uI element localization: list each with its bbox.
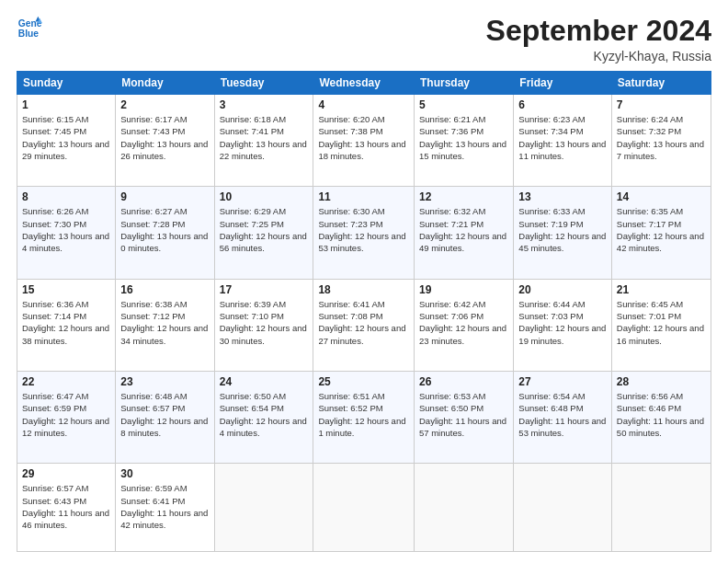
logo: General Blue: [17, 15, 42, 40]
day-info: Sunrise: 6:50 AM Sunset: 6:54 PM Dayligh…: [220, 390, 309, 439]
day-number: 24: [220, 375, 309, 388]
logo-icon: General Blue: [17, 15, 42, 40]
day-info: Sunrise: 6:36 AM Sunset: 7:14 PM Dayligh…: [22, 298, 110, 347]
day-info: Sunrise: 6:44 AM Sunset: 7:03 PM Dayligh…: [518, 298, 607, 347]
calendar-cell: 14 Sunrise: 6:35 AM Sunset: 7:17 PM Dayl…: [611, 187, 711, 279]
calendar-cell: 25 Sunrise: 6:51 AM Sunset: 6:52 PM Dayl…: [313, 372, 415, 464]
day-info: Sunrise: 6:38 AM Sunset: 7:12 PM Dayligh…: [120, 298, 209, 347]
day-number: 29: [22, 467, 110, 480]
calendar-cell: 15 Sunrise: 6:36 AM Sunset: 7:14 PM Dayl…: [17, 279, 116, 371]
day-number: 3: [220, 98, 309, 111]
day-number: 23: [120, 375, 209, 388]
calendar-cell: 8 Sunrise: 6:26 AM Sunset: 7:30 PM Dayli…: [17, 187, 116, 279]
day-info: Sunrise: 6:56 AM Sunset: 6:46 PM Dayligh…: [617, 390, 706, 439]
day-number: 1: [22, 98, 110, 111]
day-info: Sunrise: 6:57 AM Sunset: 6:43 PM Dayligh…: [22, 482, 110, 531]
day-number: 5: [419, 98, 508, 111]
calendar-cell: 29 Sunrise: 6:57 AM Sunset: 6:43 PM Dayl…: [17, 464, 116, 552]
calendar-cell: [514, 464, 612, 552]
day-number: 17: [220, 283, 309, 296]
calendar-cell: 24 Sunrise: 6:50 AM Sunset: 6:54 PM Dayl…: [214, 372, 313, 464]
weekday-header-row: Sunday Monday Tuesday Wednesday Thursday…: [17, 72, 711, 95]
calendar-cell: [313, 464, 415, 552]
day-number: 13: [518, 190, 607, 203]
calendar-cell: 23 Sunrise: 6:48 AM Sunset: 6:57 PM Dayl…: [116, 372, 214, 464]
calendar-cell: 13 Sunrise: 6:33 AM Sunset: 7:19 PM Dayl…: [514, 187, 612, 279]
calendar-cell: 21 Sunrise: 6:45 AM Sunset: 7:01 PM Dayl…: [611, 279, 711, 371]
header-monday: Monday: [116, 72, 214, 95]
day-info: Sunrise: 6:53 AM Sunset: 6:50 PM Dayligh…: [419, 390, 508, 439]
calendar-cell: 4 Sunrise: 6:20 AM Sunset: 7:38 PM Dayli…: [313, 95, 415, 187]
day-number: 19: [419, 283, 508, 296]
day-number: 21: [617, 283, 706, 296]
calendar-cell: 18 Sunrise: 6:41 AM Sunset: 7:08 PM Dayl…: [313, 279, 415, 371]
day-info: Sunrise: 6:35 AM Sunset: 7:17 PM Dayligh…: [617, 205, 706, 254]
calendar-cell: [214, 464, 313, 552]
day-number: 10: [220, 190, 309, 203]
calendar-cell: 12 Sunrise: 6:32 AM Sunset: 7:21 PM Dayl…: [415, 187, 514, 279]
location: Kyzyl-Khaya, Russia: [486, 49, 711, 63]
day-info: Sunrise: 6:33 AM Sunset: 7:19 PM Dayligh…: [518, 205, 607, 254]
calendar-cell: 9 Sunrise: 6:27 AM Sunset: 7:28 PM Dayli…: [116, 187, 214, 279]
calendar-cell: 6 Sunrise: 6:23 AM Sunset: 7:34 PM Dayli…: [514, 95, 612, 187]
calendar-cell: 2 Sunrise: 6:17 AM Sunset: 7:43 PM Dayli…: [116, 95, 214, 187]
calendar-page: General Blue September 2024 Kyzyl-Khaya,…: [0, 0, 728, 563]
day-number: 4: [318, 98, 409, 111]
day-info: Sunrise: 6:45 AM Sunset: 7:01 PM Dayligh…: [617, 298, 706, 347]
day-number: 6: [518, 98, 607, 111]
day-number: 11: [318, 190, 409, 203]
day-number: 12: [419, 190, 508, 203]
day-info: Sunrise: 6:51 AM Sunset: 6:52 PM Dayligh…: [318, 390, 409, 439]
day-info: Sunrise: 6:17 AM Sunset: 7:43 PM Dayligh…: [120, 113, 209, 162]
day-number: 20: [518, 283, 607, 296]
header-thursday: Thursday: [415, 72, 514, 95]
day-info: Sunrise: 6:18 AM Sunset: 7:41 PM Dayligh…: [220, 113, 309, 162]
calendar-cell: 16 Sunrise: 6:38 AM Sunset: 7:12 PM Dayl…: [116, 279, 214, 371]
calendar-table: Sunday Monday Tuesday Wednesday Thursday…: [17, 71, 711, 552]
day-number: 28: [617, 375, 706, 388]
calendar-cell: 3 Sunrise: 6:18 AM Sunset: 7:41 PM Dayli…: [214, 95, 313, 187]
day-number: 25: [318, 375, 409, 388]
day-info: Sunrise: 6:26 AM Sunset: 7:30 PM Dayligh…: [22, 205, 110, 254]
calendar-cell: 7 Sunrise: 6:24 AM Sunset: 7:32 PM Dayli…: [611, 95, 711, 187]
day-number: 30: [120, 467, 209, 480]
calendar-cell: 17 Sunrise: 6:39 AM Sunset: 7:10 PM Dayl…: [214, 279, 313, 371]
day-number: 8: [22, 190, 110, 203]
calendar-cell: [611, 464, 711, 552]
header-friday: Friday: [514, 72, 612, 95]
day-number: 9: [120, 190, 209, 203]
header-sunday: Sunday: [17, 72, 116, 95]
day-info: Sunrise: 6:15 AM Sunset: 7:45 PM Dayligh…: [22, 113, 110, 162]
calendar-cell: 22 Sunrise: 6:47 AM Sunset: 6:59 PM Dayl…: [17, 372, 116, 464]
header: General Blue September 2024 Kyzyl-Khaya,…: [17, 15, 711, 63]
calendar-cell: 19 Sunrise: 6:42 AM Sunset: 7:06 PM Dayl…: [415, 279, 514, 371]
svg-text:Blue: Blue: [18, 29, 40, 39]
day-info: Sunrise: 6:20 AM Sunset: 7:38 PM Dayligh…: [318, 113, 409, 162]
calendar-cell: 28 Sunrise: 6:56 AM Sunset: 6:46 PM Dayl…: [611, 372, 711, 464]
day-info: Sunrise: 6:21 AM Sunset: 7:36 PM Dayligh…: [419, 113, 508, 162]
calendar-cell: 10 Sunrise: 6:29 AM Sunset: 7:25 PM Dayl…: [214, 187, 313, 279]
day-info: Sunrise: 6:27 AM Sunset: 7:28 PM Dayligh…: [120, 205, 209, 254]
calendar-cell: 20 Sunrise: 6:44 AM Sunset: 7:03 PM Dayl…: [514, 279, 612, 371]
calendar-cell: [415, 464, 514, 552]
day-info: Sunrise: 6:23 AM Sunset: 7:34 PM Dayligh…: [518, 113, 607, 162]
day-number: 2: [120, 98, 209, 111]
day-info: Sunrise: 6:30 AM Sunset: 7:23 PM Dayligh…: [318, 205, 409, 254]
calendar-cell: 11 Sunrise: 6:30 AM Sunset: 7:23 PM Dayl…: [313, 187, 415, 279]
day-info: Sunrise: 6:47 AM Sunset: 6:59 PM Dayligh…: [22, 390, 110, 439]
day-info: Sunrise: 6:24 AM Sunset: 7:32 PM Dayligh…: [617, 113, 706, 162]
day-number: 27: [518, 375, 607, 388]
day-info: Sunrise: 6:41 AM Sunset: 7:08 PM Dayligh…: [318, 298, 409, 347]
calendar-cell: 1 Sunrise: 6:15 AM Sunset: 7:45 PM Dayli…: [17, 95, 116, 187]
day-number: 16: [120, 283, 209, 296]
calendar-cell: 27 Sunrise: 6:54 AM Sunset: 6:48 PM Dayl…: [514, 372, 612, 464]
day-number: 18: [318, 283, 409, 296]
day-number: 14: [617, 190, 706, 203]
day-info: Sunrise: 6:29 AM Sunset: 7:25 PM Dayligh…: [220, 205, 309, 254]
day-number: 7: [617, 98, 706, 111]
title-block: September 2024 Kyzyl-Khaya, Russia: [486, 15, 711, 63]
header-tuesday: Tuesday: [214, 72, 313, 95]
calendar-cell: 30 Sunrise: 6:59 AM Sunset: 6:41 PM Dayl…: [116, 464, 214, 552]
header-wednesday: Wednesday: [313, 72, 415, 95]
calendar-cell: 26 Sunrise: 6:53 AM Sunset: 6:50 PM Dayl…: [415, 372, 514, 464]
